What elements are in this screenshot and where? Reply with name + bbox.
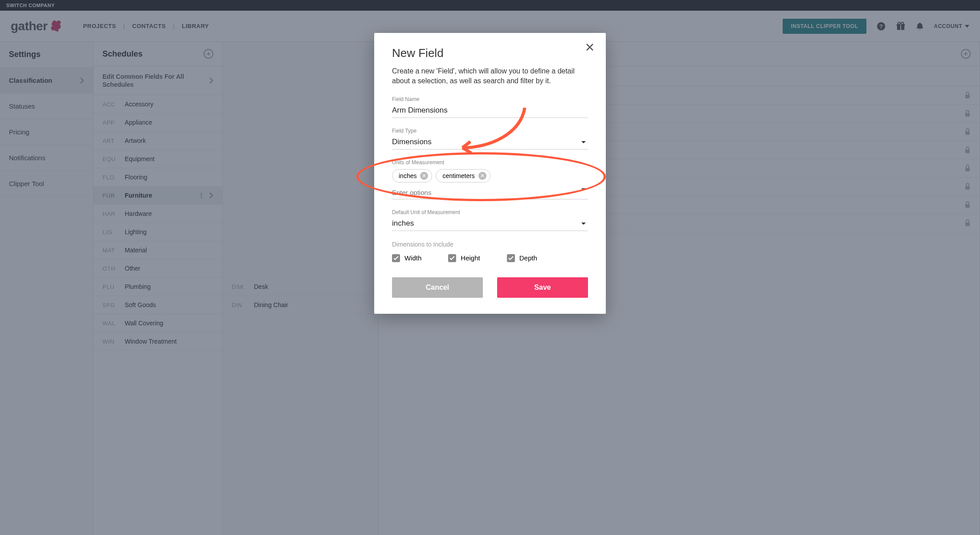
save-button[interactable]: Save xyxy=(497,277,588,298)
checkbox-icon xyxy=(392,254,400,262)
checkbox-icon xyxy=(507,254,515,262)
unit-chips: inches ✕ centimeters ✕ xyxy=(392,169,588,182)
chip-label: centimeters xyxy=(442,172,474,179)
checkbox-width[interactable]: Width xyxy=(392,254,421,262)
checkbox-label: Height xyxy=(461,254,480,262)
default-unit-select[interactable] xyxy=(392,217,588,231)
units-input[interactable] xyxy=(392,186,588,199)
remove-chip-icon[interactable]: ✕ xyxy=(478,172,486,180)
checkbox-depth[interactable]: Depth xyxy=(507,254,537,262)
chip-label: inches xyxy=(399,172,416,179)
field-type-label: Field Type xyxy=(392,128,588,134)
checkbox-label: Depth xyxy=(519,254,537,262)
dimensions-checkboxes: Width Height Depth xyxy=(392,254,588,262)
modal-actions: Cancel Save xyxy=(392,277,588,298)
dimensions-include-label: Dimensions to Include xyxy=(392,241,588,248)
remove-chip-icon[interactable]: ✕ xyxy=(420,172,428,180)
checkbox-icon xyxy=(448,254,456,262)
chevron-down-icon xyxy=(581,188,586,191)
modal-description: Create a new 'Field', which will allow y… xyxy=(392,66,588,86)
checkbox-label: Width xyxy=(404,254,421,262)
unit-chip-inches: inches ✕ xyxy=(392,169,432,182)
modal-overlay: New Field Create a new 'Field', which wi… xyxy=(0,0,980,535)
field-name-input[interactable] xyxy=(392,104,588,118)
new-field-modal: New Field Create a new 'Field', which wi… xyxy=(374,33,606,314)
field-type-select[interactable] xyxy=(392,136,588,150)
close-icon[interactable] xyxy=(585,43,594,52)
units-label: Units of Measurement xyxy=(392,159,588,166)
modal-title: New Field xyxy=(392,46,588,60)
checkbox-height[interactable]: Height xyxy=(448,254,480,262)
unit-chip-centimeters: centimeters ✕ xyxy=(436,169,490,182)
field-name-label: Field Name xyxy=(392,96,588,102)
default-unit-label: Default Unit of Measurement xyxy=(392,209,588,215)
cancel-button[interactable]: Cancel xyxy=(392,277,483,298)
